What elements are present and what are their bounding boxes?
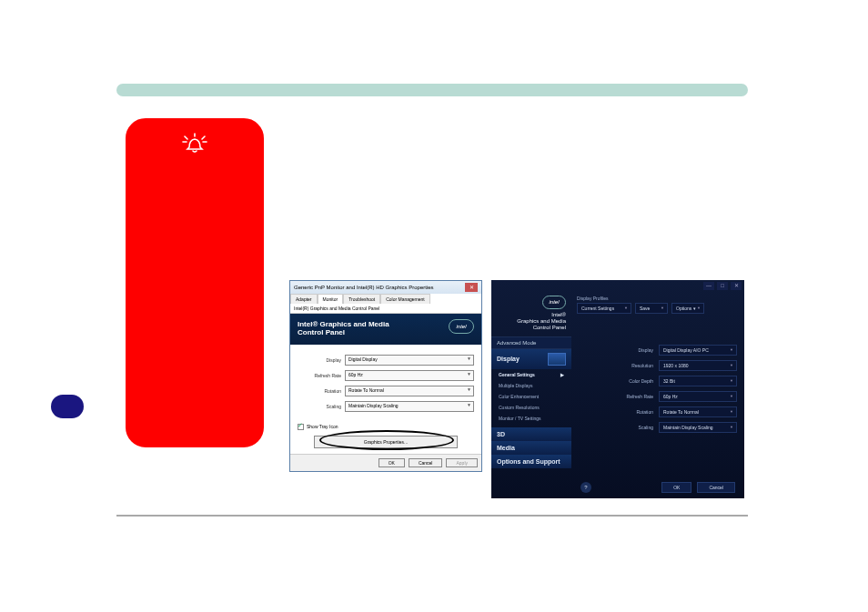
srow-rotation: Rotation Rotate To Normal: [579, 406, 737, 417]
sval-refresh-rate[interactable]: 60p Hz: [659, 391, 737, 402]
sval-resolution[interactable]: 1920 x 1080: [659, 360, 737, 371]
decorative-top-bar: [116, 84, 748, 96]
intel-logo-icon: intel: [449, 319, 474, 334]
nav-section-options-support[interactable]: Options and Support: [491, 455, 571, 468]
label-scaling: Scaling: [298, 404, 345, 409]
dialog-footer: OK Cancel Apply: [290, 454, 481, 471]
row-refresh: Refresh Rate 60p Hz: [298, 370, 474, 381]
current-settings-dropdown[interactable]: Current Settings: [577, 303, 631, 314]
cancel-button[interactable]: Cancel: [697, 482, 735, 493]
dialog-tabstrip: Adapter Monitor Troubleshoot Color Manag…: [290, 294, 481, 304]
slabel-refresh-rate: Refresh Rate: [627, 394, 653, 399]
nav-general-settings-label: General Settings: [499, 372, 535, 377]
panel-nav: Advanced Mode Display General Settings ▶…: [491, 336, 571, 468]
dialog-body: Display Digital Display Refresh Rate 60p…: [290, 345, 481, 422]
dialog-title-text: Generic PnP Monitor and Intel(R) HD Grap…: [294, 285, 434, 290]
slabel-rotation: Rotation: [636, 409, 653, 415]
chevron-right-icon: ▶: [560, 372, 564, 377]
page-side-tab: [51, 395, 84, 418]
apply-button[interactable]: Apply: [446, 458, 478, 467]
nav-monitor-tv-settings[interactable]: Monitor / TV Settings: [491, 413, 571, 424]
nav-display-label: Display: [497, 356, 520, 362]
nav-custom-resolutions[interactable]: Custom Resolutions: [491, 402, 571, 413]
show-tray-checkbox[interactable]: [298, 424, 304, 430]
row-display: Display Digital Display: [298, 355, 474, 366]
tab-troubleshoot[interactable]: Troubleshoot: [343, 294, 380, 304]
row-rotation: Rotation Rotate To Normal: [298, 386, 474, 396]
ok-button[interactable]: OK: [661, 482, 691, 493]
svg-line-2: [202, 136, 205, 139]
close-icon[interactable]: ✕: [731, 282, 742, 290]
intel-control-panel-window: — □ ✕ intel Intel® Graphics and Media Co…: [491, 280, 744, 498]
panel-titlebar: — □ ✕: [491, 280, 744, 292]
srow-display: Display Digital Display AIO PC: [579, 345, 737, 356]
brand-line3: Control Panel: [497, 325, 566, 331]
svg-line-0: [185, 136, 187, 139]
sval-display[interactable]: Digital Display AIO PC: [659, 345, 737, 356]
brand-block: intel Intel® Graphics and Media Control …: [491, 292, 571, 336]
slabel-display: Display: [639, 347, 653, 353]
panel-main: Advanced Mode Display General Settings ▶…: [491, 336, 744, 468]
save-dropdown[interactable]: Save: [635, 303, 668, 314]
select-refresh[interactable]: 60p Hz: [345, 370, 474, 381]
panel-footer: ? OK Cancel: [491, 482, 744, 493]
graphics-properties-button[interactable]: Graphics Properties...: [314, 436, 458, 448]
dialog-subheader: Intel(R) Graphics and Media Control Pane…: [290, 304, 481, 314]
srow-scaling: Scaling Maintain Display Scaling: [579, 422, 737, 433]
panel-settings: Display Digital Display AIO PC Resolutio…: [571, 336, 744, 468]
select-scaling[interactable]: Maintain Display Scaling: [345, 401, 474, 412]
brand-line2: Graphics and Media: [497, 318, 566, 325]
minimize-icon[interactable]: —: [703, 282, 714, 290]
srow-refresh-rate: Refresh Rate 60p Hz: [579, 391, 737, 402]
nav-advanced-mode-label: Advanced Mode: [497, 340, 536, 346]
monitor-icon: [548, 353, 566, 366]
show-tray-label: Show Tray Icon: [307, 424, 338, 429]
display-profiles-label: Display Profiles: [577, 296, 739, 301]
nav-section-display[interactable]: Display: [491, 349, 571, 369]
intel-logo-icon: intel: [542, 296, 566, 309]
slabel-color-depth: Color Depth: [629, 378, 653, 384]
slabel-scaling: Scaling: [639, 425, 653, 430]
slabel-resolution: Resolution: [631, 363, 653, 368]
cancel-button[interactable]: Cancel: [409, 458, 443, 467]
tray-icon-row: Show Tray Icon: [290, 422, 481, 432]
display-profiles-block: Display Profiles Current Settings Save O…: [571, 292, 744, 336]
sval-scaling[interactable]: Maintain Display Scaling: [659, 422, 737, 433]
nav-general-settings[interactable]: General Settings ▶: [491, 369, 571, 380]
options-dropdown[interactable]: Options ▾: [671, 303, 704, 314]
label-rotation: Rotation: [298, 388, 345, 394]
profile-row: Current Settings Save Options ▾: [577, 303, 739, 314]
dialog-hero: Intel® Graphics and Media Control Panel …: [290, 314, 481, 345]
decorative-bottom-rule: [116, 515, 748, 517]
graphics-properties-wrap: Graphics Properties...: [290, 432, 481, 454]
nav-section-media[interactable]: Media: [491, 441, 571, 455]
nav-advanced-mode[interactable]: Advanced Mode: [491, 336, 571, 349]
tab-monitor[interactable]: Monitor: [318, 294, 344, 304]
srow-color-depth: Color Depth 32 Bit: [579, 376, 737, 386]
warning-callout-box: [126, 118, 264, 447]
nav-color-enhancement[interactable]: Color Enhancement: [491, 391, 571, 402]
nav-multiple-displays[interactable]: Multiple Displays: [491, 380, 571, 391]
graphics-properties-dialog: Generic PnP Monitor and Intel(R) HD Grap…: [289, 280, 482, 472]
maximize-icon[interactable]: □: [717, 282, 728, 290]
panel-header: intel Intel® Graphics and Media Control …: [491, 292, 744, 336]
hero-title-line2: Control Panel: [298, 329, 474, 337]
dialog-titlebar: Generic PnP Monitor and Intel(R) HD Grap…: [290, 281, 481, 294]
help-button[interactable]: ?: [580, 482, 591, 493]
close-icon[interactable]: ✕: [465, 283, 478, 292]
label-refresh: Refresh Rate: [298, 373, 345, 378]
alarm-bell-icon: [181, 132, 208, 159]
sval-color-depth[interactable]: 32 Bit: [659, 376, 737, 386]
sval-rotation[interactable]: Rotate To Normal: [659, 406, 737, 417]
srow-resolution: Resolution 1920 x 1080: [579, 360, 737, 371]
label-display: Display: [298, 357, 345, 363]
select-display[interactable]: Digital Display: [345, 355, 474, 366]
tab-color-management[interactable]: Color Management: [380, 294, 430, 304]
ok-button[interactable]: OK: [378, 458, 405, 467]
row-scaling: Scaling Maintain Display Scaling: [298, 401, 474, 412]
select-rotation[interactable]: Rotate To Normal: [345, 386, 474, 396]
tab-adapter[interactable]: Adapter: [290, 294, 318, 304]
brand-line1: Intel®: [497, 312, 566, 318]
nav-section-3d[interactable]: 3D: [491, 427, 571, 441]
